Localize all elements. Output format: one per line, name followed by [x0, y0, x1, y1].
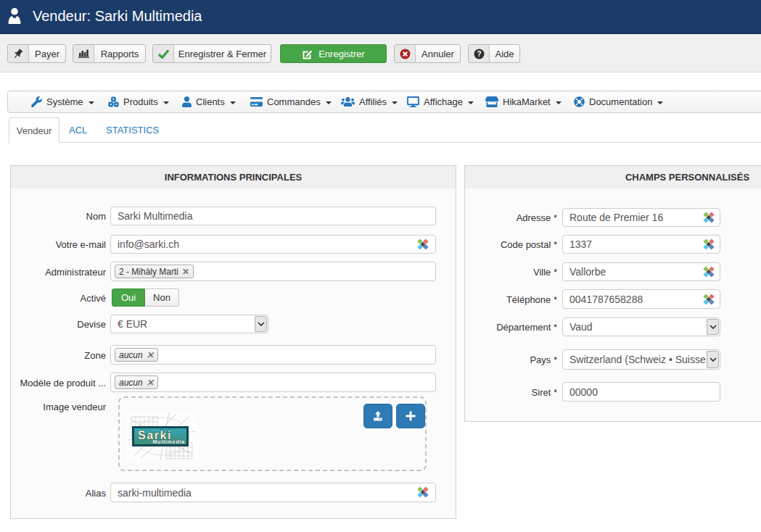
- svg-text:Multimédia: Multimédia: [152, 439, 185, 444]
- svg-text:?: ?: [477, 50, 481, 58]
